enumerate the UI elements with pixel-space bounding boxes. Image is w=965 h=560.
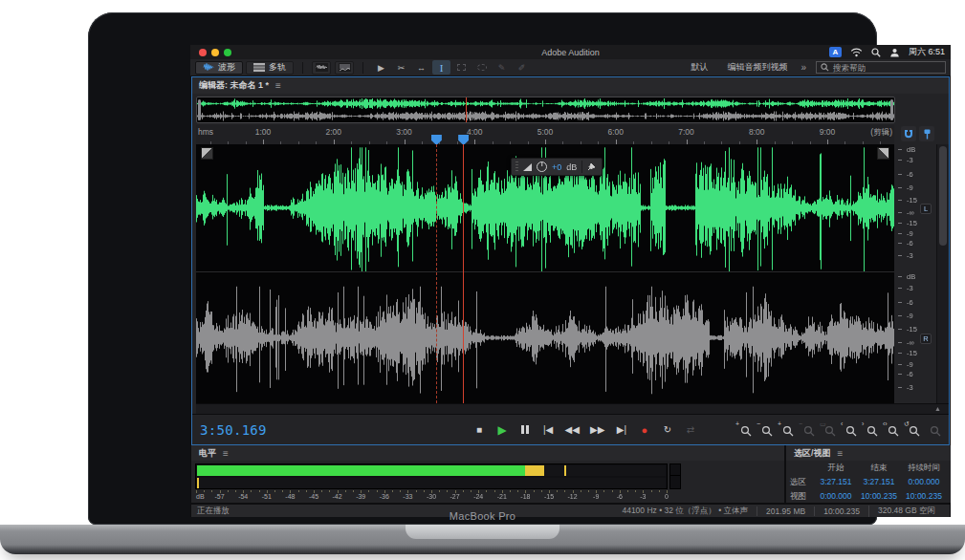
fade-out-handle[interactable] <box>877 147 889 160</box>
rewind-button[interactable]: ◀◀ <box>565 424 580 435</box>
db-scale-label: dB <box>907 144 915 153</box>
zoom-in-point-button-modifier: ‹ <box>841 420 843 427</box>
horizontal-zoom-strip[interactable]: ▲ <box>196 403 949 414</box>
meter-scale-tick <box>204 490 205 492</box>
workspace-overflow-chevron[interactable]: » <box>801 62 806 73</box>
skip-to-start-button[interactable]: |◀ <box>542 424 555 435</box>
db-scale-label: -3 <box>907 155 913 163</box>
zoom-selection-button[interactable]: ‹› <box>884 422 899 437</box>
user-switch-icon[interactable] <box>889 48 900 57</box>
workspace-default-label[interactable]: 默认 <box>691 61 708 74</box>
spectral-display-toggle[interactable] <box>335 61 354 75</box>
play-button[interactable]: ▶ <box>496 423 509 437</box>
overview-right-handle[interactable] <box>890 99 893 120</box>
right-channel-badge[interactable]: R <box>920 334 932 344</box>
waveform-view-button[interactable]: 波形 <box>195 61 243 75</box>
move-tool-icon: ▶ <box>378 63 384 73</box>
fade-in-handle[interactable] <box>201 147 213 160</box>
hud-pin-icon[interactable] <box>587 162 596 171</box>
selection-value[interactable]: 3:27.151 <box>815 477 857 488</box>
pause-button[interactable] <box>519 425 532 434</box>
zoom-out-point-button-icon <box>866 425 878 437</box>
zoom-in-point-button-icon <box>845 425 857 437</box>
panel-menu-icon[interactable]: ≡ <box>838 448 844 459</box>
meter-scale-label: -33 <box>403 493 412 500</box>
zoom-in-time-button[interactable]: + <box>736 422 752 437</box>
time-display[interactable]: 3:50.169 <box>200 422 267 438</box>
zoom-full-button <box>926 422 941 437</box>
slip-tool[interactable]: ↔ <box>412 60 430 75</box>
db-scale-tick <box>898 255 902 256</box>
meter-scale-tick <box>564 490 565 492</box>
meter-scale-tick <box>259 490 260 492</box>
collapse-arrow-icon[interactable]: ▲ <box>934 405 941 412</box>
selection-value[interactable]: 3:27.151 <box>857 477 901 488</box>
skip-to-end-button[interactable]: ▶| <box>615 424 627 435</box>
playhead-line[interactable] <box>463 144 464 403</box>
selection-value[interactable]: 10:00.235 <box>857 491 901 503</box>
laptop-screen-shell: Adobe Audition A <box>88 12 877 525</box>
editor-panel: 编辑器: 未命名 1 * ≡ hms (剪辑) 1:002:003:004:00… <box>191 76 950 445</box>
zoom-out-time-button-icon <box>761 425 773 437</box>
selection-value[interactable]: 0:00.000 <box>815 491 857 503</box>
zoom-out-point-button[interactable]: › <box>863 422 878 437</box>
move-tool[interactable]: ▶ <box>372 60 390 75</box>
zoom-to-selection-alt-button: ▭ <box>821 422 836 437</box>
meter-scale-label: -18 <box>520 493 530 500</box>
razor-tool[interactable]: ✂ <box>392 60 410 75</box>
gain-unit: dB <box>566 162 577 172</box>
overview-left-handle[interactable] <box>198 99 201 120</box>
channel-divider <box>196 271 894 272</box>
timeline-ruler[interactable]: hms (剪辑) 1:002:003:004:005:006:007:008:0… <box>196 125 894 144</box>
meter-scale-tick <box>298 490 299 492</box>
hud-grip-icon[interactable] <box>515 162 518 172</box>
db-scale-label: -6 <box>907 239 913 248</box>
db-scale-label: -∞ <box>907 208 914 217</box>
zoom-reset-button[interactable]: ↺ <box>905 422 920 437</box>
snap-magnet-icon[interactable] <box>901 126 916 141</box>
wifi-icon[interactable] <box>850 48 863 57</box>
time-selection-tool[interactable]: I <box>432 60 450 75</box>
left-channel-badge[interactable]: L <box>920 204 932 214</box>
zoom-in-point-button[interactable]: ‹ <box>842 422 857 437</box>
selection-column-header: 持续时间 <box>901 463 947 474</box>
waveform-display[interactable]: +0 dB <box>196 144 894 403</box>
workspace-name-label[interactable]: 编辑音频到视频 <box>727 61 787 74</box>
meter-scale-tick <box>510 490 511 492</box>
ruler-clip-label: (剪辑) <box>870 127 892 139</box>
gain-knob-icon[interactable] <box>537 162 547 172</box>
meter-scale-tick <box>416 490 417 492</box>
loop-playback-button[interactable]: ↻ <box>661 424 673 435</box>
multitrack-view-button[interactable]: 多轨 <box>246 61 294 75</box>
meter-scale-tick <box>306 490 307 492</box>
waveform-display-toggle[interactable] <box>312 61 331 75</box>
marker-pin-icon[interactable] <box>919 126 934 141</box>
selection-value[interactable]: 10:00.235 <box>901 491 947 503</box>
vertical-scrollbar[interactable] <box>936 144 949 403</box>
editor-panel-header: 编辑器: 未命名 1 * ≡ <box>192 77 949 94</box>
vertical-scrollbar-thumb[interactable] <box>939 146 947 246</box>
overview-strip[interactable] <box>196 97 895 123</box>
panel-menu-icon[interactable]: ≡ <box>223 448 229 459</box>
meter-scale-label: -54 <box>238 493 248 500</box>
zoom-in-amplitude-button[interactable]: + <box>779 422 794 437</box>
selection-column-header: 结束 <box>857 463 901 474</box>
record-button[interactable]: ● <box>638 424 650 436</box>
stop-button[interactable]: ■ <box>473 424 486 435</box>
db-scale-label: -9 <box>907 359 913 368</box>
zoom-out-time-button[interactable]: − <box>757 422 773 437</box>
lid-notch <box>406 525 559 539</box>
zoom-to-selection-alt-button-icon <box>824 425 836 437</box>
clip-indicator <box>669 463 681 489</box>
search-input[interactable] <box>833 63 941 73</box>
fast-forward-button[interactable]: ▶▶ <box>590 424 604 435</box>
spotlight-search-icon[interactable] <box>871 48 881 57</box>
view-switcher: 波形多轨 <box>195 61 294 75</box>
gain-hud[interactable]: +0 dB <box>511 158 603 176</box>
meter-scale-label: -9 <box>593 493 599 500</box>
panel-menu-icon[interactable]: ≡ <box>275 80 281 91</box>
selection-value[interactable]: 0:00.000 <box>901 477 947 488</box>
input-method-icon[interactable]: A <box>829 47 842 57</box>
amplitude-scale-column[interactable]: dB-3-6-9-15-∞-15-9-6-3 dB-3-6-9-15-∞-15-… <box>898 144 935 403</box>
db-scale-tick <box>898 288 902 289</box>
